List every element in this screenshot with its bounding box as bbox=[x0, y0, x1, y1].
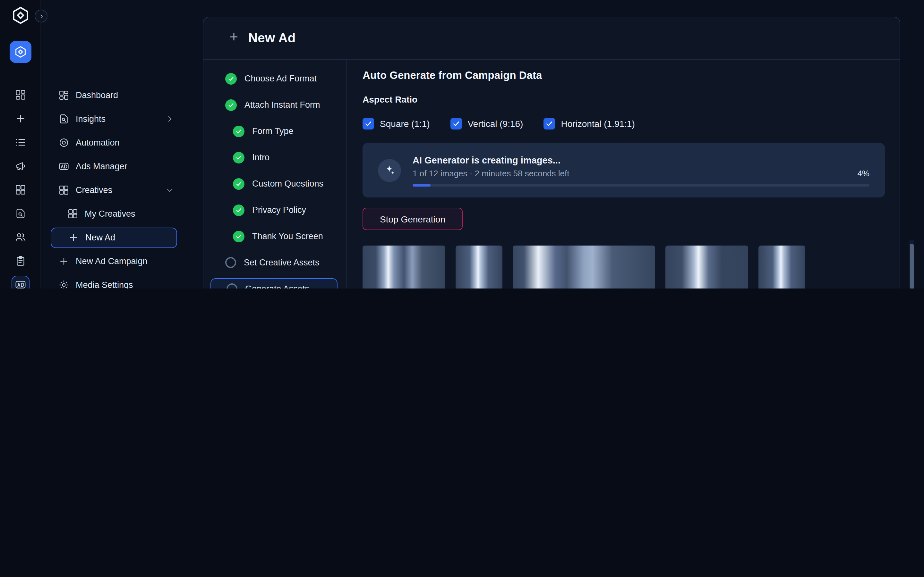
step-custom-questions[interactable]: Custom Questions bbox=[204, 171, 346, 197]
generator-title: AI Generator is creating images... bbox=[413, 154, 869, 166]
card-header: New Ad bbox=[204, 17, 900, 60]
sidebar-item-my-creatives[interactable]: My Creatives bbox=[42, 202, 186, 226]
megaphone-icon[interactable] bbox=[11, 157, 29, 175]
step-attach-instant-form[interactable]: Attach Instant Form bbox=[204, 92, 346, 118]
aspect-horizontal-checkbox[interactable]: Horizontal (1.91:1) bbox=[543, 118, 635, 129]
vertical-scrollbar[interactable] bbox=[909, 240, 914, 288]
generated-image-card[interactable]: Image 1 Square bbox=[363, 245, 445, 288]
ad-badge-icon[interactable] bbox=[11, 276, 29, 288]
dashboard-icon[interactable] bbox=[11, 86, 29, 104]
plus-icon bbox=[68, 232, 79, 243]
sidebar-item-media-settings[interactable]: Media Settings bbox=[42, 273, 186, 288]
progress-bar bbox=[413, 184, 869, 186]
sidebar-item-ads-manager[interactable]: Ads Manager bbox=[42, 155, 186, 178]
step-form-type[interactable]: Form Type bbox=[204, 118, 346, 144]
sidebar-item-dashboard[interactable]: Dashboard bbox=[42, 83, 186, 107]
generated-image-preview[interactable] bbox=[758, 245, 805, 288]
step-done-icon bbox=[225, 73, 237, 84]
sidebar-item-label: My Creatives bbox=[85, 209, 136, 219]
generated-image-preview[interactable] bbox=[363, 245, 445, 288]
sidebar: Dashboard Insights Automation Ads Manage… bbox=[42, 0, 186, 288]
aspect-ratio-options: Square (1:1) Vertical (9:16) Horizontal … bbox=[363, 117, 885, 130]
grid-icon bbox=[58, 185, 69, 195]
chevron-right-icon[interactable] bbox=[166, 115, 174, 123]
gear-icon bbox=[58, 279, 69, 288]
grid-icon[interactable] bbox=[11, 181, 29, 199]
brand-logo-icon bbox=[11, 6, 30, 25]
sidebar-item-label: New Ad Campaign bbox=[76, 256, 148, 266]
step-intro[interactable]: Intro bbox=[204, 144, 346, 171]
app-window: Dashboard Insights Automation Ads Manage… bbox=[0, 0, 924, 288]
ad-badge-icon bbox=[58, 161, 69, 172]
aspect-square-checkbox[interactable]: Square (1:1) bbox=[363, 118, 430, 129]
step-pending-icon bbox=[225, 257, 236, 268]
step-done-icon bbox=[233, 152, 244, 163]
sidebar-item-insights[interactable]: Insights bbox=[42, 107, 186, 131]
step-thank-you-screen[interactable]: Thank You Screen bbox=[204, 223, 346, 250]
dashboard-icon bbox=[58, 90, 69, 101]
sidebar-item-label: Ads Manager bbox=[76, 161, 128, 171]
clipboard-icon[interactable] bbox=[11, 252, 29, 270]
checkbox-checked-icon bbox=[363, 118, 374, 129]
step-generate-assets[interactable]: Generate Assets bbox=[210, 278, 338, 288]
workspace-logo[interactable] bbox=[10, 41, 31, 63]
checkbox-checked-icon bbox=[451, 118, 462, 129]
plus-icon bbox=[228, 31, 240, 45]
step-done-icon bbox=[225, 99, 237, 111]
generated-image-card[interactable]: Image 1 Vertical bbox=[456, 245, 502, 288]
generated-image-card[interactable]: Image 1 Horizontal bbox=[513, 245, 655, 288]
step-done-icon bbox=[233, 125, 244, 137]
sidebar-collapse-button[interactable] bbox=[35, 10, 47, 23]
grid-icon bbox=[67, 208, 78, 219]
page-title: New Ad bbox=[248, 31, 296, 45]
sidebar-item-label: Creatives bbox=[76, 185, 112, 195]
sidebar-item-new-ad[interactable]: New Ad bbox=[51, 227, 177, 248]
ai-generator-panel: AI Generator is creating images... 1 of … bbox=[363, 143, 885, 197]
new-ad-card: New Ad Choose Ad Format Attach Instant F… bbox=[203, 17, 900, 288]
scrollbar-thumb[interactable] bbox=[910, 243, 914, 288]
step-done-icon bbox=[233, 230, 244, 242]
step-done-icon bbox=[233, 204, 244, 216]
generator-status-text: 1 of 12 images · 2 minutes 58 seconds le… bbox=[413, 168, 569, 178]
step-done-icon bbox=[233, 178, 244, 189]
queue-icon[interactable] bbox=[11, 133, 29, 151]
generated-image-preview[interactable] bbox=[666, 245, 748, 288]
aspect-vertical-checkbox[interactable]: Vertical (9:16) bbox=[451, 118, 523, 129]
generated-image-preview[interactable] bbox=[456, 245, 502, 288]
sidebar-item-automation[interactable]: Automation bbox=[42, 131, 186, 155]
target-icon bbox=[58, 137, 69, 148]
grid-row: Image 1 Square Image 1 Vertical Image 1 … bbox=[363, 245, 885, 288]
sparkle-icon bbox=[378, 159, 401, 182]
sidebar-item-creatives[interactable]: Creatives bbox=[42, 178, 186, 202]
sidebar-item-label: Dashboard bbox=[76, 90, 118, 100]
aspect-ratio-label: Aspect Ratio bbox=[363, 93, 885, 105]
generated-images-grid: Image 1 Square Image 1 Vertical Image 1 … bbox=[363, 245, 885, 288]
icon-rail bbox=[0, 0, 41, 288]
checkbox-checked-icon bbox=[543, 118, 555, 129]
doc-search-icon bbox=[58, 113, 69, 124]
step-pending-icon bbox=[226, 284, 237, 288]
stop-generation-button[interactable]: Stop Generation bbox=[363, 208, 463, 230]
wizard-stepper: Choose Ad Format Attach Instant Form For… bbox=[204, 60, 347, 288]
generator-status-block: AI Generator is creating images... 1 of … bbox=[413, 154, 869, 186]
chevron-down-icon[interactable] bbox=[166, 186, 174, 194]
users-icon[interactable] bbox=[11, 228, 29, 246]
sidebar-item-label: Insights bbox=[76, 114, 105, 124]
generated-image-card[interactable]: Image 2 Vertical bbox=[758, 245, 805, 288]
rail-top-icons bbox=[11, 86, 29, 288]
step-choose-ad-format[interactable]: Choose Ad Format bbox=[204, 65, 346, 92]
sidebar-item-new-ad-campaign[interactable]: New Ad Campaign bbox=[42, 250, 186, 273]
generator-percent: 4% bbox=[857, 168, 869, 178]
sidebar-item-label: Automation bbox=[76, 138, 120, 147]
generated-image-preview[interactable] bbox=[513, 245, 655, 288]
step-content: Auto Generate from Campaign Data Aspect … bbox=[363, 60, 885, 288]
plus-icon bbox=[58, 256, 69, 267]
sidebar-item-label: New Ad bbox=[86, 233, 115, 242]
section-heading: Auto Generate from Campaign Data bbox=[363, 68, 885, 82]
plus-icon[interactable] bbox=[11, 110, 29, 127]
doc-search-icon[interactable] bbox=[11, 205, 29, 222]
step-privacy-policy[interactable]: Privacy Policy bbox=[204, 197, 346, 223]
generated-image-card[interactable]: Image 2 Square bbox=[666, 245, 748, 288]
sidebar-nav: Dashboard Insights Automation Ads Manage… bbox=[42, 83, 186, 288]
step-set-creative-assets[interactable]: Set Creative Assets bbox=[204, 250, 346, 276]
